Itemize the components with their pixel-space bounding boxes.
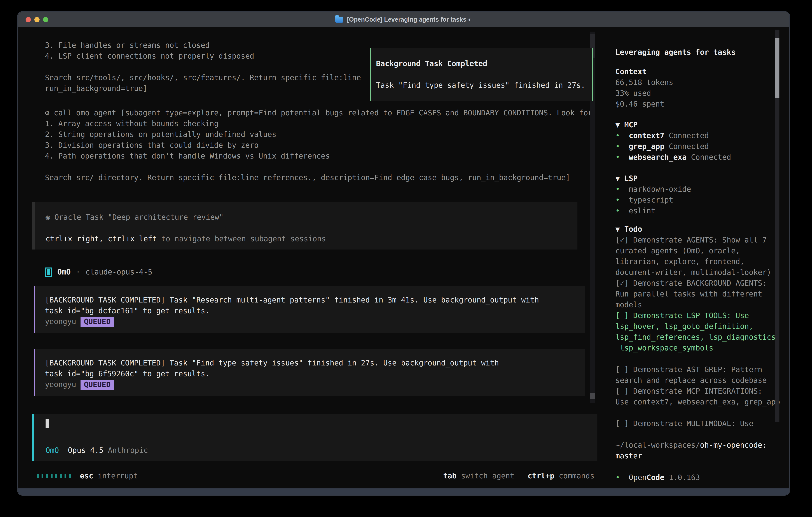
terminal-main: 3. File handles or streams not closed 4.…: [18, 28, 608, 489]
status-dot-icon: •: [615, 195, 629, 206]
message-user: yeongyu: [45, 316, 76, 327]
todo-item: [ ] Demonstrate AST-GREP: Pattern search…: [615, 364, 782, 386]
agent-separator: ·: [76, 267, 80, 277]
background-task-message: [BACKGROUND TASK COMPLETED] Task "Resear…: [34, 286, 585, 333]
transcript-top-lines: 3. File handles or streams not closed 4.…: [45, 40, 361, 94]
message-user: yeongyu: [45, 379, 76, 390]
input-model-name: Opus 4.5: [68, 446, 104, 455]
prompt-input[interactable]: OmOOpus 4.5Anthropic: [32, 414, 598, 461]
workspace-branch: master: [615, 451, 782, 461]
queued-badge: QUEUED: [81, 317, 114, 327]
agent-icon: [45, 268, 52, 277]
text-cursor: [46, 419, 49, 428]
context-tokens: 66,518 tokens: [615, 77, 782, 88]
scrollbar-thumb-bottom[interactable]: [590, 393, 594, 399]
message-line: task_id="bg_6f59260c" to get results.: [45, 369, 585, 379]
mcp-section-header[interactable]: ▼ MCP: [615, 119, 782, 130]
message-line: task_id="bg_dcfac161" to get results.: [45, 305, 585, 316]
activity-dots-icon: [37, 474, 71, 478]
window-bottom-edge: [18, 488, 789, 495]
sidebar-scrollbar[interactable]: [775, 30, 779, 422]
status-dot-icon: •: [615, 206, 629, 216]
lsp-item: •markdown-oxide: [615, 184, 782, 195]
workspace-path: ~/local-workspaces/oh-my-opencode:: [615, 440, 782, 451]
mcp-item: •context7Connected: [615, 130, 782, 141]
interrupt-shortcut: esc interrupt: [80, 471, 138, 482]
message-line: [BACKGROUND TASK COMPLETED] Task "Resear…: [45, 295, 585, 305]
tab-label: switch agent: [461, 472, 514, 480]
window-title: [OpenCode] Leveraging agents for tasks ◐: [347, 14, 472, 25]
todo-item: [✓] Demonstrate BACKGROUND AGENTS: Run p…: [615, 278, 782, 310]
oracle-task-title: ◉ Oracle Task "Deep architecture review": [46, 212, 224, 223]
ctrlp-key: ctrl+p: [528, 472, 554, 480]
background-task-notification: Background Task Completed Task "Find typ…: [370, 48, 593, 101]
context-used: 33% used: [615, 88, 782, 99]
version-row: •OpenCode1.0.163: [615, 472, 782, 483]
status-bar: esc interrupt tab switch agent ctrl+p co…: [18, 471, 608, 482]
session-title: Leveraging agents for tasks: [615, 47, 782, 58]
sidebar-scrollbar-thumb[interactable]: [775, 38, 779, 98]
ctrlp-label: commands: [559, 472, 594, 480]
shortcut-hint: to navigate between subagent sessions: [157, 235, 326, 243]
todo-item: [ ] Demonstrate LSP TOOLS: Use lsp_hover…: [615, 310, 782, 353]
todo-item: [ ] Demonstrate MCP INTEGRATIONS: Use co…: [615, 386, 782, 407]
status-dot-icon: •: [615, 184, 629, 195]
todo-section-header[interactable]: ▼ Todo: [615, 224, 782, 235]
context-spent: $0.46 spent: [615, 99, 782, 110]
model-row: OmOOpus 4.5Anthropic: [46, 445, 148, 456]
status-dot-icon: •: [615, 141, 629, 152]
status-dot-icon: •: [615, 472, 629, 483]
agent-header: OmO · claude-opus-4-5: [45, 267, 152, 278]
lsp-item: •eslint: [615, 206, 782, 216]
oracle-task-hint: ctrl+x right, ctrl+x left to navigate be…: [46, 234, 326, 244]
tool-call-lines: ⚙ call_omo_agent [subagent_type=explore,…: [45, 108, 592, 183]
esc-key: esc: [80, 472, 93, 480]
context-heading: Context: [615, 66, 782, 77]
queued-badge: QUEUED: [81, 380, 114, 390]
shortcut-keys: ctrl+x right, ctrl+x left: [46, 235, 157, 243]
input-agent-name: OmO: [46, 446, 59, 455]
app-window: [OpenCode] Leveraging agents for tasks ◐…: [18, 12, 789, 495]
shortcut-hints: tab switch agent ctrl+p commands: [443, 471, 594, 482]
agent-name: OmO: [57, 267, 71, 277]
notification-body: Task "Find type safety issues" finished …: [376, 80, 585, 91]
notification-title: Background Task Completed: [376, 58, 487, 69]
lsp-section-header[interactable]: ▼ LSP: [615, 173, 782, 184]
lsp-item: •typescript: [615, 195, 782, 206]
titlebar: [OpenCode] Leveraging agents for tasks ◐: [18, 12, 789, 27]
sidebar: Leveraging agents for tasks Context 66,5…: [608, 28, 789, 489]
oracle-task-box[interactable]: ◉ Oracle Task "Deep architecture review"…: [32, 202, 577, 249]
message-line: [BACKGROUND TASK COMPLETED] Task "Find t…: [45, 358, 585, 369]
folder-icon: [335, 17, 343, 23]
todo-item: [ ] Demonstrate MULTIMODAL: Use: [615, 418, 782, 429]
mcp-item: •grep_appConnected: [615, 141, 782, 152]
esc-label: interrupt: [98, 472, 138, 480]
agent-model: claude-opus-4-5: [86, 267, 152, 277]
background-task-message: [BACKGROUND TASK COMPLETED] Task "Find t…: [34, 349, 585, 396]
input-provider-name: Anthropic: [108, 446, 148, 455]
status-dot-icon: •: [615, 130, 629, 141]
tab-key: tab: [443, 472, 457, 480]
todo-item: [✓] Demonstrate AGENTS: Show all 7 curat…: [615, 235, 782, 278]
mcp-item: •websearch_exaConnected: [615, 152, 782, 163]
status-dot-icon: •: [615, 152, 629, 163]
